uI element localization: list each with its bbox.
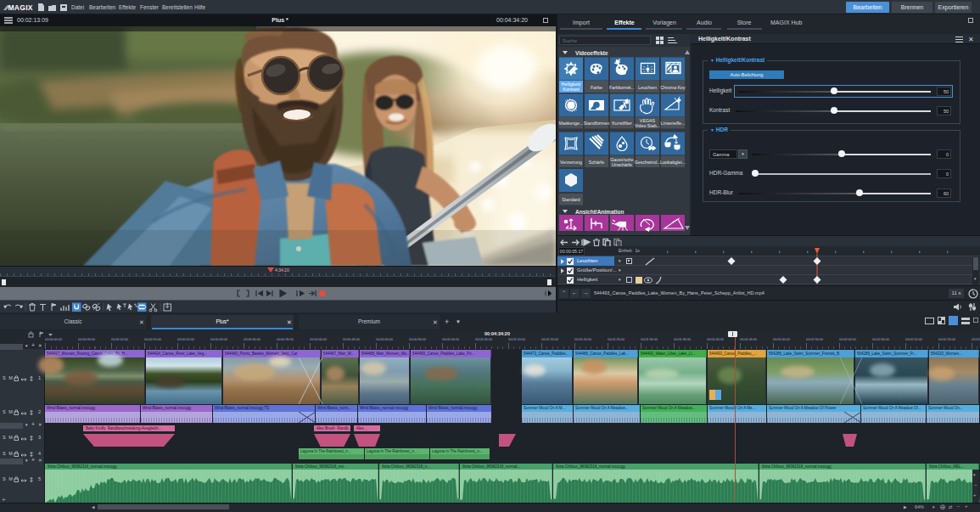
- svg-text:Farbkorrek...: Farbkorrek...: [609, 85, 635, 90]
- svg-text:Farbe: Farbe: [591, 85, 602, 90]
- svg-text:Video Stab...: Video Stab...: [635, 123, 660, 128]
- svg-text:Standformen: Standformen: [584, 121, 609, 126]
- svg-text:Leuchten: Leuchten: [638, 85, 657, 90]
- svg-text:Kontrast: Kontrast: [563, 87, 580, 92]
- svg-text:Videoeffekte: Videoeffekte: [575, 50, 608, 56]
- svg-text:Ansicht/Animation: Ansicht/Animation: [575, 209, 624, 215]
- svg-text:Geschwind...: Geschwind...: [635, 160, 661, 165]
- svg-text:Schärfe: Schärfe: [589, 160, 604, 165]
- svg-text:Linseneffe...: Linseneffe...: [661, 121, 686, 126]
- svg-text:Maskenge...: Maskenge...: [559, 121, 584, 126]
- svg-text:Lookabglei...: Lookabglei...: [660, 160, 686, 165]
- svg-text:Standard: Standard: [562, 197, 580, 202]
- svg-text:Verzerrung: Verzerrung: [560, 160, 582, 165]
- svg-text:Unschärfe: Unschärfe: [612, 162, 632, 167]
- svg-text:Chroma Key: Chroma Key: [660, 85, 686, 90]
- svg-text:Kunstfilter: Kunstfilter: [612, 121, 632, 126]
